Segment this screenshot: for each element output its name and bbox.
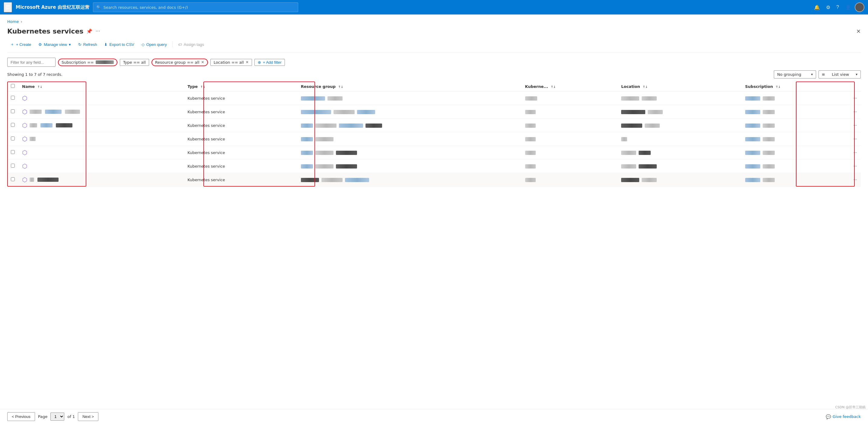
grouping-label: No grouping	[777, 72, 801, 77]
subscription-cell	[742, 159, 850, 173]
page-number-select[interactable]: 1	[51, 413, 64, 421]
select-all-header[interactable]	[7, 82, 19, 91]
location-column-header[interactable]: Location ↑↓	[618, 82, 742, 91]
name-cell: ⬡	[22, 135, 180, 143]
row-actions-cell[interactable]: ···	[850, 173, 861, 187]
resource-group-cell	[297, 105, 522, 119]
table-row[interactable]: ⬡ Kubernetes service	[7, 173, 861, 187]
kubernetes-column-header[interactable]: Kuberne... ↑↓	[522, 82, 618, 91]
type-filter-chip[interactable]: Type == all	[120, 59, 149, 66]
grouping-chevron-icon: ▾	[811, 72, 813, 77]
row-actions-cell[interactable]: ···	[850, 91, 861, 105]
close-button[interactable]: ✕	[856, 28, 861, 35]
help-button[interactable]: ?	[834, 3, 841, 12]
k8s-service-icon: ⬡	[22, 162, 27, 170]
subscription-sort-icon: ↑↓	[776, 85, 781, 89]
resource-group-column-header[interactable]: Resource group ↑↓	[297, 82, 522, 91]
kubernetes-version-cell	[522, 159, 618, 173]
k8s-service-icon: ⬡	[22, 149, 27, 156]
next-button[interactable]: Next >	[78, 412, 98, 421]
row-checkbox[interactable]	[11, 164, 15, 168]
type-column-header[interactable]: Type ↑↓	[184, 82, 297, 91]
resource-group-filter-chip[interactable]: Resource group == all ✕	[152, 59, 208, 66]
assign-tags-button[interactable]: 🏷 Assign tags	[175, 40, 207, 49]
select-all-checkbox[interactable]	[11, 84, 15, 88]
location-cell	[618, 119, 742, 132]
kubernetes-version-cell	[522, 132, 618, 146]
table-row[interactable]: ⬡ Kubernetes service	[7, 105, 861, 119]
type-cell: Kubernetes service	[184, 91, 297, 105]
settings-button[interactable]: ⚙	[824, 3, 833, 12]
breadcrumb-home[interactable]: Home	[7, 19, 19, 24]
row-checkbox[interactable]	[11, 123, 15, 127]
avatar[interactable]	[855, 2, 864, 12]
resource-group-filter-label: Resource group == all	[155, 60, 199, 65]
notifications-button[interactable]: 🔔	[812, 3, 823, 12]
view-dropdown[interactable]: ≡ List view ▾	[818, 70, 861, 79]
manage-view-icon: ⚙	[38, 42, 42, 47]
create-button[interactable]: ＋ + Create	[7, 40, 34, 49]
location-sort-icon: ↑↓	[643, 85, 648, 89]
manage-view-button[interactable]: ⚙ Manage view ▾	[35, 40, 74, 49]
subscription-column-header[interactable]: Subscription ↑↓	[742, 82, 850, 91]
give-feedback-button[interactable]: 💬 Give feedback	[826, 414, 861, 419]
add-filter-icon: ⊕	[258, 60, 261, 65]
location-filter-chip[interactable]: Location == all ✕	[210, 59, 252, 66]
name-cell: ⬡	[22, 94, 180, 102]
more-options-icon[interactable]: ···	[95, 28, 100, 34]
table-row[interactable]: ⬡ Kubernetes service	[7, 159, 861, 173]
row-checkbox[interactable]	[11, 150, 15, 154]
row-checkbox[interactable]	[11, 177, 15, 181]
subscription-filter-chip[interactable]: Subscription ==	[58, 59, 117, 66]
k8s-service-icon: ⬡	[22, 122, 27, 129]
open-query-icon: ◇	[142, 42, 145, 47]
refresh-icon: ↻	[78, 42, 82, 47]
search-box[interactable]: 🔍 Search resources, services, and docs (…	[93, 2, 298, 12]
pin-icon[interactable]: 📌	[86, 28, 92, 34]
resource-group-cell	[297, 91, 522, 105]
refresh-button[interactable]: ↻ Refresh	[75, 40, 100, 49]
subscription-header-label: Subscription	[745, 84, 773, 89]
type-header-label: Type	[187, 84, 198, 89]
subscription-value-blur	[96, 60, 114, 64]
export-button[interactable]: ⬇ Export to CSV	[101, 40, 137, 49]
row-actions-cell[interactable]: ···	[850, 119, 861, 132]
row-actions-cell[interactable]: ···	[850, 132, 861, 146]
resource-group-cell	[297, 146, 522, 159]
row-checkbox[interactable]	[11, 109, 15, 113]
k8s-service-icon: ⬡	[22, 176, 27, 183]
row-actions-cell[interactable]: ···	[850, 159, 861, 173]
type-cell: Kubernetes service	[184, 119, 297, 132]
table-row[interactable]: ⬡ Kubernetes service	[7, 91, 861, 105]
refresh-label: Refresh	[83, 42, 97, 47]
type-cell: Kubernetes service	[184, 159, 297, 173]
row-checkbox[interactable]	[11, 137, 15, 141]
kubernetes-version-cell	[522, 91, 618, 105]
subscription-cell	[742, 173, 850, 187]
hamburger-menu[interactable]: ☰	[4, 2, 12, 12]
table-row[interactable]: ⬡ Kubernetes service	[7, 132, 861, 146]
view-chevron-icon: ▾	[856, 72, 858, 77]
location-filter-close-icon[interactable]: ✕	[246, 60, 249, 64]
name-column-header[interactable]: Name ↑↓	[19, 82, 184, 91]
app-title: Microsoft Azure 由世纪互联运营	[16, 4, 89, 10]
row-checkbox[interactable]	[11, 96, 15, 100]
location-cell	[618, 91, 742, 105]
location-cell	[618, 173, 742, 187]
previous-button[interactable]: < Previous	[7, 412, 35, 421]
table-row[interactable]: ⬡ Kubernetes service	[7, 119, 861, 132]
subscription-cell	[742, 91, 850, 105]
filter-input[interactable]	[7, 58, 56, 67]
add-filter-button[interactable]: ⊕ + Add filter	[254, 59, 285, 66]
grouping-dropdown[interactable]: No grouping ▾	[774, 70, 816, 79]
row-actions-cell[interactable]: ···	[850, 146, 861, 159]
name-cell: ⬡	[22, 176, 180, 183]
row-actions-cell[interactable]: ···	[850, 105, 861, 119]
location-cell	[618, 105, 742, 119]
resource-group-filter-close-icon[interactable]: ✕	[201, 60, 204, 64]
open-query-button[interactable]: ◇ Open query	[138, 40, 170, 49]
manage-view-chevron-icon: ▾	[69, 42, 71, 47]
feedback-button[interactable]: 👤	[843, 3, 854, 12]
assign-tags-label: Assign tags	[184, 42, 204, 47]
table-row[interactable]: ⬡ Kubernetes service	[7, 146, 861, 159]
